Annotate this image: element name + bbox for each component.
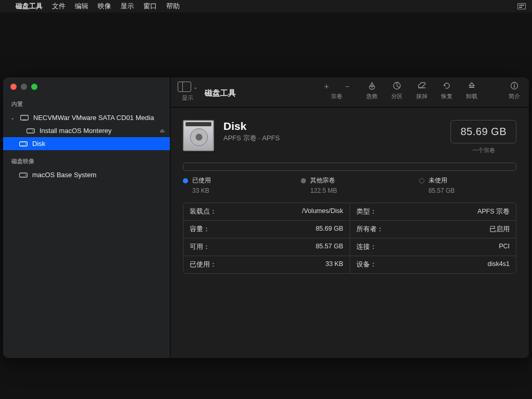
prop-conn: 连接：PCI [350,238,516,256]
first-aid-icon [367,82,377,91]
close-button[interactable] [10,84,17,90]
menu-image[interactable]: 映像 [98,2,111,11]
volume-subtitle: APFS 宗卷 · APFS [223,134,280,143]
volume-icon [26,128,35,134]
chevron-down-icon[interactable]: ⌄ [193,84,197,90]
prop-free: 可用：85.57 GB [183,238,350,256]
properties-table: 装载点：/Volumes/Disk 容量：85.69 GB 可用：85.57 G… [183,203,516,274]
add-volume-button[interactable]: ＋ [319,82,334,91]
usage-bar [183,163,516,171]
legend-used: 已使用 33 KB [183,176,280,194]
chevron-down-icon[interactable]: ⌄ [10,115,16,121]
prop-mount: 装载点：/Volumes/Disk [183,203,350,221]
partition-icon [393,82,401,91]
toolbar: ⌄ 显示 磁盘工具 ＋ － 宗卷 [170,77,529,108]
sidebar-item-install[interactable]: Install macOS Monterey ⏏ [3,124,170,137]
volume-icon [19,141,28,147]
svg-point-8 [25,143,26,144]
properties-right: 类型：APFS 宗卷 所有者：已启用 连接：PCI 设备：disk4s1 [350,203,516,273]
info-button[interactable]: 简介 [507,82,522,100]
menu-view[interactable]: 显示 [121,2,134,11]
menubar: 磁盘工具 文件 编辑 映像 显示 窗口 帮助 [0,0,532,12]
prop-device: 设备：disk4s1 [350,256,516,273]
menu-file[interactable]: 文件 [52,2,65,11]
properties-left: 装载点：/Volumes/Disk 容量：85.69 GB 可用：85.57 G… [183,203,350,273]
menu-window[interactable]: 窗口 [143,2,157,11]
legend-other: 其他宗卷 122.5 MB [301,176,398,194]
sidebar-item-label: Disk [32,140,45,148]
svg-rect-15 [514,85,515,88]
capacity-badge: 85.69 GB [450,120,516,143]
swatch-other [301,178,306,183]
swatch-free [419,178,424,183]
sidebar-item-label: Install macOS Monterey [39,127,112,135]
main-panel: ⌄ 显示 磁盘工具 ＋ － 宗卷 [170,77,529,358]
info-icon [510,82,518,91]
tray-input-icon[interactable] [517,3,526,9]
sidebar-item-label: NECVMWar VMware SATA CD01 Media [33,114,154,122]
prop-capacity: 容量：85.69 GB [183,221,350,238]
capacity-sub: 一个宗卷 [450,147,516,154]
volume-name: Disk [223,120,280,132]
volume-header: Disk APFS 宗卷 · APFS 85.69 GB 一个宗卷 [170,108,529,158]
sidebar-item-disk[interactable]: Disk [3,137,170,150]
sidebar-section-internal: 内置 [3,98,170,111]
sidebar: 内置 ⌄ NECVMWar VMware SATA CD01 Media Ins… [3,77,170,358]
restore-button[interactable]: 恢复 [440,82,454,100]
erase-icon [417,82,427,91]
optical-disk-icon [20,115,29,121]
sidebar-item-base-system[interactable]: macOS Base System [3,168,170,181]
menu-edit[interactable]: 编辑 [75,2,88,11]
volume-icon [19,172,28,178]
legend-free: 未使用 85.57 GB [419,176,516,194]
swatch-used [183,178,188,183]
svg-rect-12 [469,87,474,88]
window-controls [3,77,170,98]
sidebar-item-label: macOS Base System [32,171,97,179]
remove-volume-button[interactable]: － [340,82,354,91]
disk-utility-window: 内置 ⌄ NECVMWar VMware SATA CD01 Media Ins… [3,77,529,358]
eject-icon [468,82,475,91]
zoom-button[interactable] [31,84,37,90]
restore-icon [443,82,451,91]
svg-rect-2 [519,7,522,8]
prop-type: 类型：APFS 宗卷 [350,203,516,221]
prop-owner: 所有者：已启用 [350,221,516,238]
menu-help[interactable]: 帮助 [166,2,180,11]
svg-rect-3 [21,115,29,120]
view-toggle-label: 显示 [182,94,193,102]
erase-button[interactable]: 抹掉 [415,82,429,100]
eject-icon[interactable]: ⏏ [159,127,165,134]
window-title: 磁盘工具 [205,85,236,98]
app-menu[interactable]: 磁盘工具 [16,2,43,11]
view-toggle[interactable] [178,82,191,92]
first-aid-button[interactable]: 急救 [365,82,379,100]
desktop: 内置 ⌄ NECVMWar VMware SATA CD01 Media Ins… [0,12,532,399]
sidebar-section-images: 磁盘映像 [3,155,170,168]
svg-rect-0 [518,4,526,9]
disk-icon [183,120,214,151]
minimize-button[interactable] [21,84,27,90]
svg-point-14 [514,84,515,85]
svg-point-10 [25,175,26,176]
unmount-button[interactable]: 卸载 [464,82,479,100]
partition-button[interactable]: 分区 [390,82,404,100]
sidebar-item-media[interactable]: ⌄ NECVMWar VMware SATA CD01 Media [3,111,170,124]
svg-rect-4 [23,119,26,121]
volume-group-label: 宗卷 [331,93,342,100]
svg-rect-1 [519,5,524,6]
prop-used: 已使用：33 KB [183,256,350,273]
svg-point-6 [33,130,34,131]
usage-section: 已使用 33 KB 其他宗卷 122.5 MB 未使用 85.57 GB [170,158,529,194]
